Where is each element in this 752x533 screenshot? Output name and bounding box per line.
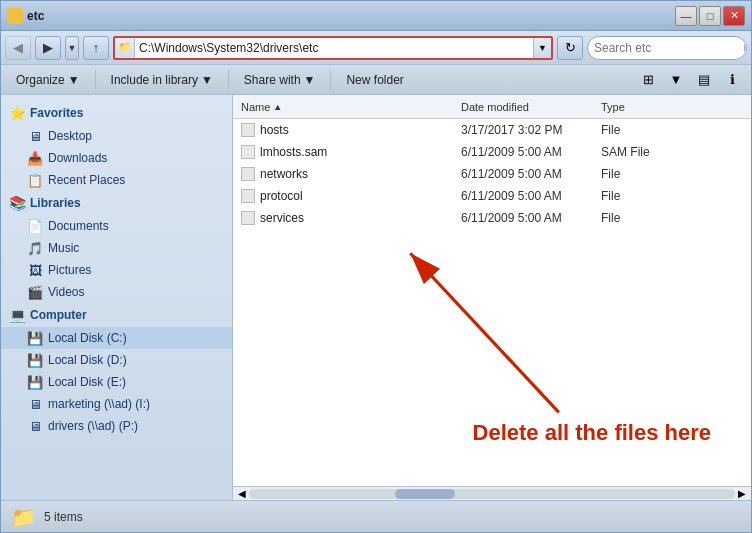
downloads-icon: 📥	[27, 151, 43, 166]
svg-line-1	[410, 253, 559, 412]
documents-icon: 📄	[27, 219, 43, 234]
sidebar-item-pictures[interactable]: 🖼 Pictures	[1, 259, 232, 281]
sidebar-computer-header[interactable]: 💻 Computer	[1, 303, 232, 327]
table-row[interactable]: hosts 3/17/2017 3:02 PM File	[233, 119, 751, 141]
address-input[interactable]	[135, 41, 533, 55]
file-area: Name ▲ Date modified Type h	[233, 95, 751, 500]
videos-icon: 🎬	[27, 285, 43, 300]
explorer-window: etc — □ ✕ ◀ ▶ ▼ ↑ 📁 ▼ ↻ 🔍 Organize ▼	[0, 0, 752, 533]
marketing-drive-icon: 🖥	[27, 397, 43, 412]
computer-label: Computer	[30, 308, 87, 322]
address-bar: 📁 ▼	[113, 36, 553, 60]
sidebar-item-recent-places[interactable]: 📋 Recent Places	[1, 169, 232, 191]
address-folder-icon: 📁	[115, 37, 135, 59]
file-type-protocol: File	[593, 189, 751, 203]
sidebar-item-drivers[interactable]: 🖥 drivers (\\ad) (P:)	[1, 415, 232, 437]
table-row[interactable]: networks 6/11/2009 5:00 AM File	[233, 163, 751, 185]
library-dropdown-icon: ▼	[201, 73, 213, 87]
sidebar-item-music[interactable]: 🎵 Music	[1, 237, 232, 259]
organize-button[interactable]: Organize ▼	[7, 68, 89, 92]
share-dropdown-icon: ▼	[304, 73, 316, 87]
table-row[interactable]: lmhosts.sam 6/11/2009 5:00 AM SAM File	[233, 141, 751, 163]
file-icon	[241, 167, 255, 181]
file-list: hosts 3/17/2017 3:02 PM File lmhosts.sam…	[233, 119, 751, 486]
forward-button[interactable]: ▶	[35, 36, 61, 60]
sidebar-item-downloads[interactable]: 📥 Downloads	[1, 147, 232, 169]
table-row[interactable]: protocol 6/11/2009 5:00 AM File	[233, 185, 751, 207]
new-folder-button[interactable]: New folder	[337, 68, 412, 92]
file-name-lmhosts: lmhosts.sam	[233, 145, 453, 159]
sidebar-item-downloads-label: Downloads	[48, 151, 107, 165]
maximize-button[interactable]: □	[699, 6, 721, 26]
favorites-label: Favorites	[30, 106, 83, 120]
column-date-modified[interactable]: Date modified	[453, 101, 593, 113]
scrollbar-thumb[interactable]	[395, 489, 455, 499]
toolbar-separator-3	[330, 70, 331, 90]
recent-places-icon: 📋	[27, 173, 43, 188]
annotation-text: Delete all the files here	[473, 420, 711, 446]
sidebar-item-local-e-label: Local Disk (E:)	[48, 375, 126, 389]
view-button[interactable]: ⊞	[635, 68, 661, 92]
main-area: ⭐ Favorites 🖥 Desktop 📥 Downloads 📋 Rece…	[1, 95, 751, 500]
file-date-lmhosts: 6/11/2009 5:00 AM	[453, 145, 593, 159]
file-icon	[241, 145, 255, 159]
sidebar-item-local-c-label: Local Disk (C:)	[48, 331, 127, 345]
libraries-icon: 📚	[9, 195, 26, 211]
share-with-button[interactable]: Share with ▼	[235, 68, 325, 92]
horizontal-scrollbar[interactable]: ◀ ▶	[233, 486, 751, 500]
table-row[interactable]: services 6/11/2009 5:00 AM File	[233, 207, 751, 229]
file-icon	[241, 189, 255, 203]
pictures-icon: 🖼	[27, 263, 43, 278]
file-icon	[241, 123, 255, 137]
sidebar-item-marketing-label: marketing (\\ad) (I:)	[48, 397, 150, 411]
preview-pane-button[interactable]: ▤	[691, 68, 717, 92]
sidebar-item-videos-label: Videos	[48, 285, 84, 299]
file-type-networks: File	[593, 167, 751, 181]
status-folder-icon: 📁	[11, 505, 36, 529]
minimize-button[interactable]: —	[675, 6, 697, 26]
local-disk-c-icon: 💾	[27, 331, 43, 346]
view-dropdown-button[interactable]: ▼	[663, 68, 689, 92]
refresh-button[interactable]: ↻	[557, 36, 583, 60]
nav-bar: ◀ ▶ ▼ ↑ 📁 ▼ ↻ 🔍	[1, 31, 751, 65]
sidebar-item-desktop-label: Desktop	[48, 129, 92, 143]
sidebar-item-local-c[interactable]: 💾 Local Disk (C:)	[1, 327, 232, 349]
nav-dropdown-button[interactable]: ▼	[65, 36, 79, 60]
column-type[interactable]: Type	[593, 101, 751, 113]
organize-dropdown-icon: ▼	[68, 73, 80, 87]
sidebar-item-documents[interactable]: 📄 Documents	[1, 215, 232, 237]
details-pane-button[interactable]: ℹ	[719, 68, 745, 92]
libraries-label: Libraries	[30, 196, 81, 210]
scroll-right-button[interactable]: ▶	[735, 488, 749, 499]
favorites-icon: ⭐	[9, 105, 26, 121]
file-name-protocol: protocol	[233, 189, 453, 203]
sidebar-item-local-e[interactable]: 💾 Local Disk (E:)	[1, 371, 232, 393]
drivers-drive-icon: 🖥	[27, 419, 43, 434]
local-disk-d-icon: 💾	[27, 353, 43, 368]
sidebar-item-marketing[interactable]: 🖥 marketing (\\ad) (I:)	[1, 393, 232, 415]
file-date-services: 6/11/2009 5:00 AM	[453, 211, 593, 225]
music-icon: 🎵	[27, 241, 43, 256]
scroll-left-button[interactable]: ◀	[235, 488, 249, 499]
file-type-lmhosts: SAM File	[593, 145, 751, 159]
sidebar-item-documents-label: Documents	[48, 219, 109, 233]
column-name[interactable]: Name ▲	[233, 101, 453, 113]
file-name-networks: networks	[233, 167, 453, 181]
search-button[interactable]: 🔍	[744, 39, 747, 57]
sidebar: ⭐ Favorites 🖥 Desktop 📥 Downloads 📋 Rece…	[1, 95, 233, 500]
status-item-count: 5 items	[44, 510, 83, 524]
search-input[interactable]	[594, 41, 744, 55]
sidebar-libraries-header[interactable]: 📚 Libraries	[1, 191, 232, 215]
up-button[interactable]: ↑	[83, 36, 109, 60]
sidebar-favorites-header[interactable]: ⭐ Favorites	[1, 101, 232, 125]
include-in-library-button[interactable]: Include in library ▼	[102, 68, 222, 92]
title-bar-left: etc	[7, 8, 44, 24]
back-button[interactable]: ◀	[5, 36, 31, 60]
toolbar-separator-2	[228, 70, 229, 90]
sidebar-item-music-label: Music	[48, 241, 79, 255]
sidebar-item-local-d[interactable]: 💾 Local Disk (D:)	[1, 349, 232, 371]
close-button[interactable]: ✕	[723, 6, 745, 26]
sidebar-item-videos[interactable]: 🎬 Videos	[1, 281, 232, 303]
sidebar-item-desktop[interactable]: 🖥 Desktop	[1, 125, 232, 147]
address-dropdown-button[interactable]: ▼	[533, 37, 551, 59]
